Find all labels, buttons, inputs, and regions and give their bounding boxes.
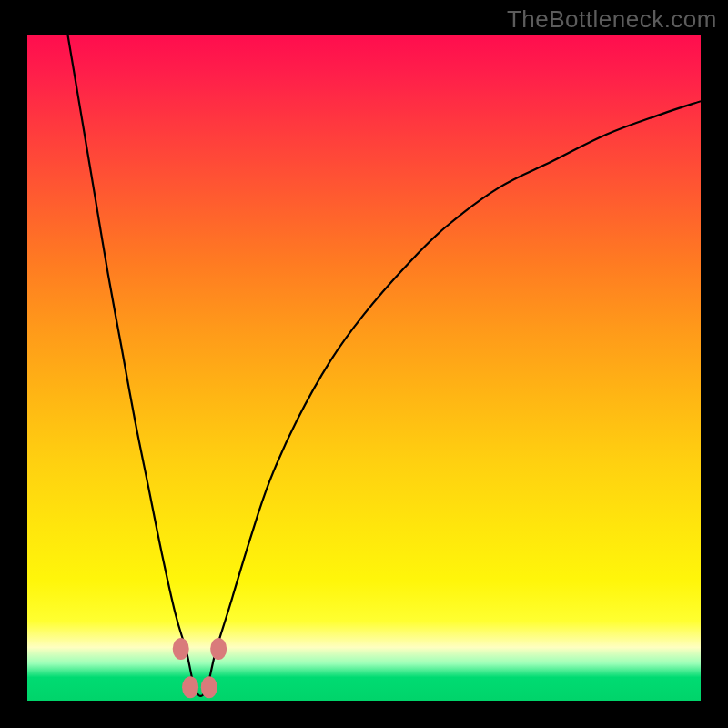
curve-svg [27,35,701,701]
curve-marker [201,676,217,698]
markers-group [173,638,227,698]
curve-marker [173,638,189,660]
plot-area [27,35,701,701]
curve-marker [182,676,198,698]
chart-frame: TheBottleneck.com [0,0,728,728]
bottleneck-curve [67,35,701,696]
curve-marker [210,638,227,660]
watermark-text: TheBottleneck.com [507,5,717,34]
